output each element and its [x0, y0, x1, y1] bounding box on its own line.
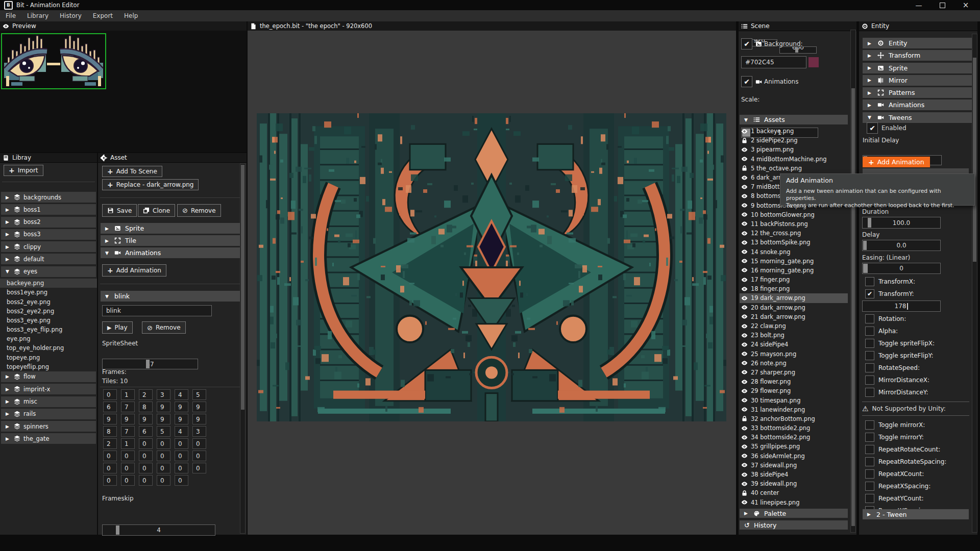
menu-history[interactable]: History	[54, 10, 87, 21]
frame-cell[interactable]: 0	[175, 475, 188, 486]
frame-cell[interactable]: 0	[139, 463, 153, 473]
scene-animations-checkbox[interactable]: ✔	[741, 76, 752, 87]
frame-cell[interactable]: 0	[175, 450, 188, 461]
library-folder-the_gate[interactable]: ▶the_gate	[1, 433, 96, 444]
scene-asset-39[interactable]: 39 sidewall.png	[740, 479, 848, 488]
library-folder-boss2[interactable]: ▶boss2	[1, 217, 96, 228]
frame-cell[interactable]: 0	[121, 450, 135, 461]
frame-cell[interactable]: 9	[157, 402, 170, 412]
menu-export[interactable]: Export	[87, 10, 118, 21]
background-checkbox[interactable]: ✔	[741, 38, 752, 49]
minimize-button[interactable]: —	[910, 0, 927, 10]
scene-asset-32[interactable]: 32 anchorBottom.png	[740, 414, 848, 423]
frame-cell[interactable]: 0	[175, 463, 188, 473]
prop-checkbox[interactable]	[865, 277, 874, 286]
frame-cell[interactable]: 0	[103, 389, 117, 400]
prop-checkbox[interactable]	[865, 351, 874, 360]
library-folder-misc[interactable]: ▶misc	[1, 396, 96, 407]
assets-section-header[interactable]: ▼ Assets	[740, 115, 848, 124]
frame-cell[interactable]: 9	[192, 402, 206, 412]
scene-asset-34[interactable]: 34 bottomside2.png	[740, 433, 848, 442]
slider-handle[interactable]	[146, 360, 150, 368]
menu-library[interactable]: Library	[21, 10, 54, 21]
asset-scrollbar-thumb[interactable]	[241, 165, 244, 410]
maximize-button[interactable]	[934, 0, 951, 10]
frame-cell[interactable]: 6	[139, 426, 153, 437]
frame-cell[interactable]: 0	[103, 463, 117, 473]
add-to-scene-button[interactable]: +Add To Scene	[102, 166, 162, 177]
library-file-boss3_eye_flip.png[interactable]: boss3_eye_flip.png	[0, 325, 97, 334]
background-color-input[interactable]: #702C45	[741, 56, 806, 68]
scene-asset-10[interactable]: 10 bottomGlower.png	[740, 210, 848, 219]
scene-asset-29[interactable]: 29 flower.png	[740, 386, 848, 395]
scene-asset-21[interactable]: 21 dark_arrow.png	[740, 312, 848, 321]
blink-animation-section-header[interactable]: ▼ blink	[101, 291, 240, 302]
frame-cell[interactable]: 4	[175, 389, 188, 400]
slider-handle[interactable]	[116, 525, 119, 535]
menu-file[interactable]: File	[0, 10, 21, 21]
entity-section-mirror[interactable]: ▶Mirror	[863, 75, 974, 86]
frame-cell[interactable]: 0	[157, 438, 170, 449]
library-folder-default[interactable]: ▶default	[1, 254, 96, 264]
entity-section-animations[interactable]: ▶Animations	[863, 99, 974, 110]
scene-asset-12[interactable]: 12 the_cross.png	[740, 229, 848, 238]
frame-cell[interactable]: 3	[157, 389, 170, 400]
prop-checkbox[interactable]	[865, 363, 874, 372]
frame-cell[interactable]: 0	[157, 463, 170, 473]
prop-checkbox[interactable]	[865, 457, 874, 466]
close-button[interactable]: ×	[957, 0, 974, 10]
library-folder-boss3[interactable]: ▶boss3	[1, 229, 96, 240]
scene-asset-11[interactable]: 11 backPistons.png	[740, 219, 848, 229]
frame-cell[interactable]: 0	[139, 475, 153, 486]
palette-section-header[interactable]: ▶ Palette	[740, 509, 848, 518]
animation-remove-button[interactable]: ⊘ Remove	[142, 321, 186, 334]
frame-cell[interactable]: 2	[103, 438, 117, 449]
scene-asset-22[interactable]: 22 claw.png	[740, 321, 848, 331]
frame-cell[interactable]: 0	[121, 463, 135, 473]
frame-cell[interactable]: 0	[103, 475, 117, 486]
frame-cell[interactable]: 9	[103, 414, 117, 424]
scene-asset-19[interactable]: 19 dark_arrow.png	[740, 293, 848, 303]
slider-handle[interactable]	[863, 264, 868, 273]
entity-section-sprite[interactable]: ▶Sprite	[863, 63, 974, 73]
scene-asset-26[interactable]: 26 note.png	[740, 359, 848, 368]
frame-cell[interactable]: 9	[157, 414, 170, 424]
scene-asset-30[interactable]: 30 timespan.png	[740, 395, 848, 405]
library-file-boss2_eye.png[interactable]: boss2_eye.png	[0, 297, 97, 306]
menu-help[interactable]: Help	[118, 10, 143, 21]
frame-cell[interactable]: 9	[175, 414, 188, 424]
scene-asset-20[interactable]: 20 dark_arrow.png	[740, 303, 848, 312]
frameskip-input[interactable]: 4	[102, 524, 215, 536]
prop-checkbox[interactable]	[865, 420, 874, 430]
scene-height-input[interactable]: 600	[779, 46, 817, 54]
frame-cell[interactable]: 0	[192, 450, 206, 461]
scene-scrollbar[interactable]	[850, 30, 856, 533]
frame-cell[interactable]: 8	[103, 426, 117, 437]
easing-input[interactable]: 0	[862, 263, 941, 274]
save-button[interactable]: Save	[102, 204, 137, 217]
entity-scrollbar-thumb[interactable]	[973, 58, 976, 262]
frame-cell[interactable]: 5	[157, 426, 170, 437]
prop-checkbox[interactable]	[865, 327, 874, 336]
scene-asset-4[interactable]: 4 midBottomMachine.png	[740, 155, 848, 164]
scene-asset-17[interactable]: 17 finger.png	[740, 275, 848, 284]
frame-cell[interactable]: 4	[175, 426, 188, 437]
frame-cell[interactable]: 9	[121, 414, 135, 424]
scene-asset-40[interactable]: 40 center	[740, 488, 848, 497]
library-file-topeye.png[interactable]: topeye.png	[0, 353, 97, 362]
asset-add-animation-button[interactable]: +Add Animation	[102, 264, 166, 277]
duration-input[interactable]: 100.0	[862, 217, 941, 229]
frame-cell[interactable]: 0	[157, 475, 170, 486]
clone-button[interactable]: Clone	[138, 204, 175, 217]
scene-asset-33[interactable]: 33 bottomside2.png	[740, 423, 848, 433]
library-file-boss1eye.png[interactable]: boss1eye.png	[0, 288, 97, 297]
entity-section-patterns[interactable]: ▶Patterns	[863, 87, 974, 98]
tile-section-header[interactable]: ▶ Tile	[101, 235, 240, 246]
play-button[interactable]: ▶ Play	[102, 321, 133, 334]
scene-asset-38[interactable]: 38 sidePipe4	[740, 470, 848, 479]
library-file-backeye.png[interactable]: backeye.png	[0, 279, 97, 288]
scene-asset-28[interactable]: 28 flower.png	[740, 377, 848, 386]
entity-scrollbar[interactable]	[972, 34, 977, 533]
prop-checkbox[interactable]	[865, 494, 874, 503]
scene-asset-5[interactable]: 5 the_octave.png	[740, 164, 848, 173]
